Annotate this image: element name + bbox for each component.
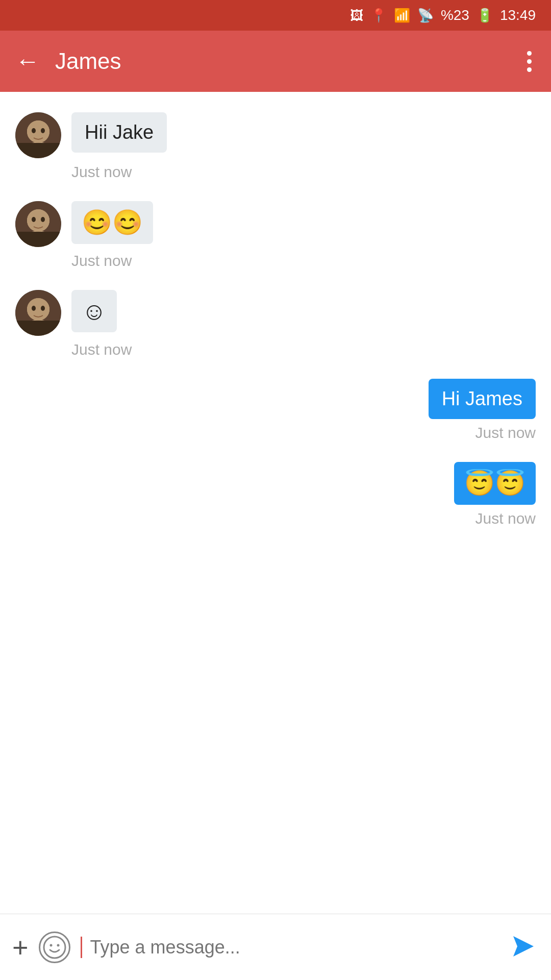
svg-point-11 (32, 217, 36, 222)
dot2 (527, 59, 532, 64)
svg-rect-20 (15, 321, 61, 336)
status-bar: 🖼 📍 📶 📡 %23 🔋 13:49 (0, 0, 551, 31)
timestamp-2: Just now (71, 252, 132, 270)
dot3 (527, 67, 532, 72)
add-attachment-button[interactable]: + (12, 934, 29, 961)
wifi-icon: 📶 (394, 8, 410, 23)
timestamp-3: Just now (71, 341, 132, 358)
message-group-3: ☺️ Just now (15, 290, 536, 358)
message-row-2: 😊😊 (15, 201, 153, 247)
location-icon: 📍 (370, 8, 387, 23)
chat-area: Hii Jake Just now 😊😊 Just now (0, 92, 551, 914)
svg-marker-24 (513, 936, 534, 957)
message-group-2: 😊😊 Just now (15, 201, 536, 270)
smiley-icon (43, 936, 66, 959)
battery-text: %23 (441, 7, 469, 23)
message-group-4: Hi James Just now (15, 379, 536, 442)
message-group-1: Hii Jake Just now (15, 112, 536, 181)
message-row-5: 😇😇 (454, 462, 536, 505)
timestamp-1: Just now (71, 163, 132, 181)
svg-point-4 (32, 128, 36, 133)
timestamp-4: Just now (475, 424, 536, 442)
message-row-4: Hi James (429, 379, 536, 419)
emoji-picker-button[interactable] (39, 932, 70, 963)
svg-point-23 (57, 944, 59, 946)
chat-title: James (55, 48, 523, 74)
message-row-1: Hii Jake (15, 112, 167, 158)
bubble-2: 😊😊 (71, 201, 153, 244)
send-icon (508, 931, 539, 962)
svg-point-19 (41, 306, 45, 311)
battery-icon: 🔋 (477, 8, 493, 23)
avatar-james-3 (15, 290, 61, 336)
svg-point-5 (41, 128, 45, 133)
svg-point-21 (44, 937, 65, 958)
svg-point-22 (49, 944, 52, 946)
message-group-5: 😇😇 Just now (15, 462, 536, 527)
time-display: 13:49 (500, 7, 536, 23)
svg-rect-13 (15, 232, 61, 247)
more-options-button[interactable] (523, 47, 536, 76)
dot1 (527, 51, 532, 56)
avatar-james-1 (15, 112, 61, 158)
svg-point-18 (32, 306, 36, 311)
send-button[interactable] (508, 931, 539, 964)
bubble-3: ☺️ (71, 290, 117, 332)
message-row-3: ☺️ (15, 290, 117, 336)
signal-icon: 📡 (417, 8, 434, 23)
bottom-bar: + (0, 914, 551, 980)
back-button[interactable]: ← (15, 49, 40, 74)
bubble-4: Hi James (429, 379, 536, 419)
bubble-1: Hii Jake (71, 112, 167, 153)
timestamp-5: Just now (475, 510, 536, 527)
message-input[interactable] (81, 937, 498, 958)
app-bar: ← James (0, 31, 551, 92)
svg-point-12 (41, 217, 45, 222)
svg-rect-6 (15, 143, 61, 158)
bubble-5: 😇😇 (454, 462, 536, 505)
avatar-james-2 (15, 201, 61, 247)
image-icon: 🖼 (350, 8, 363, 23)
